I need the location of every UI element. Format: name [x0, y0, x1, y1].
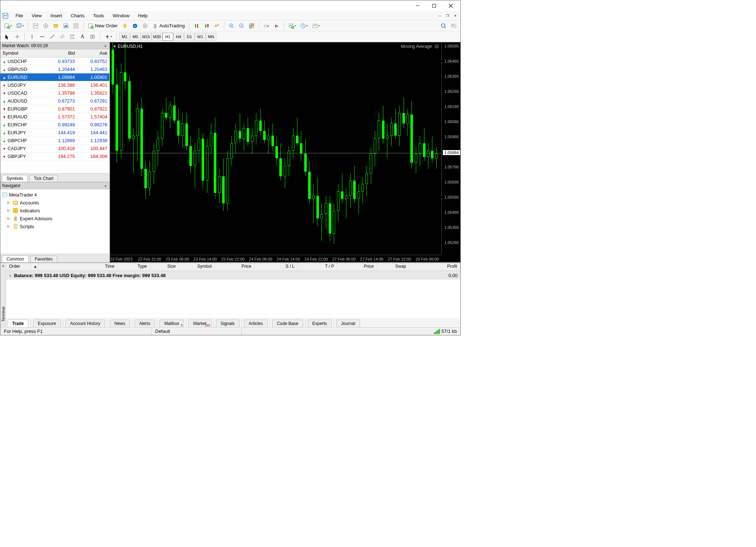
- term-col-order[interactable]: Order: [6, 263, 31, 271]
- symbol-row-gbpjpy[interactable]: ▼GBPJPY164.275164.309: [0, 152, 109, 160]
- close-icon[interactable]: ×: [103, 183, 108, 189]
- status-profile[interactable]: Default: [152, 327, 242, 335]
- term-col-symbol[interactable]: Symbol: [179, 263, 215, 271]
- expand-icon[interactable]: ⊞: [7, 201, 11, 204]
- terminal-tab-market[interactable]: Market199: [189, 320, 211, 327]
- strategy-tester-button[interactable]: [61, 21, 71, 31]
- timeframe-h4[interactable]: H4: [173, 33, 184, 41]
- nav-item-expert-advisors[interactable]: ⊞Expert Advisors: [7, 214, 108, 222]
- tab-common[interactable]: Common: [2, 256, 29, 262]
- navigator-toggle[interactable]: [41, 21, 50, 31]
- horizontal-line-tool[interactable]: [37, 32, 47, 41]
- text-label-tool[interactable]: T: [88, 32, 97, 41]
- timeframe-m15[interactable]: M15: [141, 33, 152, 41]
- expand-icon[interactable]: ⊞: [7, 209, 11, 212]
- tab-tick-chart[interactable]: Tick Chart: [29, 175, 58, 182]
- menu-help[interactable]: Help: [134, 12, 152, 19]
- terminal-tab-signals[interactable]: Signals: [216, 320, 239, 327]
- term-col-price[interactable]: Price: [337, 263, 377, 271]
- terminal-tab-news[interactable]: News: [110, 320, 130, 327]
- term-col-price[interactable]: Price: [215, 263, 255, 271]
- terminal-tab-trade[interactable]: Trade: [8, 320, 28, 327]
- symbol-row-usdjpy[interactable]: ▼USDJPY136.386136.401: [0, 81, 109, 89]
- terminal-tab-journal[interactable]: Journal: [336, 320, 360, 327]
- terminal-tab-alerts[interactable]: Alerts: [135, 320, 155, 327]
- menu-insert[interactable]: Insert: [46, 12, 67, 19]
- symbol-row-gbpusd[interactable]: ▲GBPUSD1.204441.20463: [0, 65, 109, 73]
- tab-symbols[interactable]: Symbols: [2, 175, 28, 182]
- terminal-tab-exposure[interactable]: Exposure: [33, 320, 61, 327]
- data-window-button[interactable]: [71, 21, 81, 31]
- timeframe-h1[interactable]: H1: [162, 33, 173, 41]
- templates-button[interactable]: [310, 21, 321, 31]
- column-bid[interactable]: Bid: [45, 49, 77, 57]
- new-order-button[interactable]: New Order: [86, 21, 120, 31]
- term-col-tp[interactable]: T / P: [298, 263, 337, 271]
- chart-window[interactable]: ▼ EURUSD,H1 Moving Average ☹ 1.065951.06…: [110, 42, 460, 262]
- symbol-row-eurusd[interactable]: ▲EURUSD1.058841.05901: [0, 73, 109, 81]
- term-col-time[interactable]: Time: [39, 263, 118, 271]
- symbol-row-gbpchf[interactable]: ▲GBPCHF1.128891.12938: [0, 136, 109, 144]
- arrows-tool[interactable]: [103, 32, 114, 41]
- column-symbol[interactable]: Symbol: [0, 49, 45, 57]
- close-icon[interactable]: ×: [103, 43, 108, 49]
- timeframe-d1[interactable]: D1: [184, 33, 195, 41]
- expand-icon[interactable]: ⊞: [7, 225, 11, 228]
- timeframe-m5[interactable]: M5: [130, 33, 141, 41]
- trendline-tool[interactable]: [48, 32, 57, 41]
- connection-status[interactable]: 57/1 kb: [430, 327, 460, 335]
- mql-button[interactable]: M: [130, 21, 140, 31]
- nav-item-indicators[interactable]: ⊞fIndicators: [7, 207, 108, 214]
- term-col-type[interactable]: Type: [118, 263, 150, 271]
- column-ask[interactable]: Ask: [77, 49, 109, 57]
- text-tool[interactable]: A: [78, 32, 87, 41]
- market-watch-grid[interactable]: Symbol Bid Ask ▲USDCHF0.937330.93752▲GBP…: [0, 49, 109, 173]
- term-col-swap[interactable]: Swap: [377, 263, 409, 271]
- close-icon[interactable]: ×: [2, 264, 4, 268]
- symbol-row-eurchf[interactable]: ▲EURCHF0.992490.99276: [0, 121, 109, 128]
- autotrading-button[interactable]: AutoTrading: [150, 21, 186, 31]
- terminal-tab-code-base[interactable]: Code Base: [272, 320, 303, 327]
- nav-item-scripts[interactable]: ⊞Scripts: [7, 222, 108, 230]
- market-watch-toggle[interactable]: [31, 21, 40, 31]
- chat-button[interactable]: [449, 21, 458, 31]
- menu-file[interactable]: File: [11, 12, 27, 19]
- zoom-out-button[interactable]: [237, 21, 246, 31]
- shift-end-button[interactable]: [262, 21, 271, 31]
- term-col-size[interactable]: Size: [150, 263, 179, 271]
- menu-charts[interactable]: Charts: [66, 12, 89, 19]
- navigator-tree[interactable]: MetaTrader 4 ⊞Accounts⊞fIndicators⊞Exper…: [0, 189, 109, 254]
- crosshair-tool[interactable]: [13, 32, 22, 41]
- mdi-minimize-icon[interactable]: —: [436, 13, 443, 19]
- symbol-row-euraud[interactable]: ▼EURAUD1.573721.57404: [0, 113, 109, 121]
- indicators-button[interactable]: [287, 21, 298, 31]
- symbol-row-eurgbp[interactable]: ▼EURGBP0.879010.87922: [0, 105, 109, 113]
- maximize-button[interactable]: [426, 0, 442, 11]
- term-col-profit[interactable]: Profit: [409, 263, 460, 271]
- timeframe-mn[interactable]: MN: [206, 33, 216, 41]
- minimize-button[interactable]: [409, 0, 426, 11]
- zoom-in-button[interactable]: [227, 21, 236, 31]
- symbol-row-eurjpy[interactable]: ▲EURJPY144.419144.441: [0, 128, 109, 136]
- signals-button[interactable]: [140, 21, 150, 31]
- line-chart-button[interactable]: [212, 21, 221, 31]
- timeframe-m1[interactable]: M1: [119, 33, 130, 41]
- periods-button[interactable]: [298, 21, 310, 31]
- symbol-row-audusd[interactable]: ▲AUDUSD0.672730.67291: [0, 97, 109, 105]
- metaquotes-button[interactable]: [120, 21, 130, 31]
- tile-windows-button[interactable]: [247, 21, 256, 31]
- expand-icon[interactable]: ⊞: [7, 217, 11, 220]
- terminal-tab-articles[interactable]: Articles: [244, 320, 267, 327]
- vertical-line-tool[interactable]: [27, 32, 37, 41]
- close-button[interactable]: [442, 0, 459, 11]
- bar-chart-button[interactable]: [192, 21, 201, 31]
- mdi-restore-icon[interactable]: ❐: [444, 13, 451, 19]
- search-button[interactable]: [439, 21, 448, 31]
- terminal-tab-account-history[interactable]: Account History: [66, 320, 105, 327]
- fibo-tool[interactable]: [68, 32, 77, 41]
- candle-chart-button[interactable]: [202, 21, 211, 31]
- symbol-row-usdchf[interactable]: ▲USDCHF0.937330.93752: [0, 57, 109, 65]
- channel-tool[interactable]: [58, 32, 67, 41]
- term-col-sl[interactable]: S / L: [255, 263, 298, 271]
- timeframe-w1[interactable]: W1: [195, 33, 206, 41]
